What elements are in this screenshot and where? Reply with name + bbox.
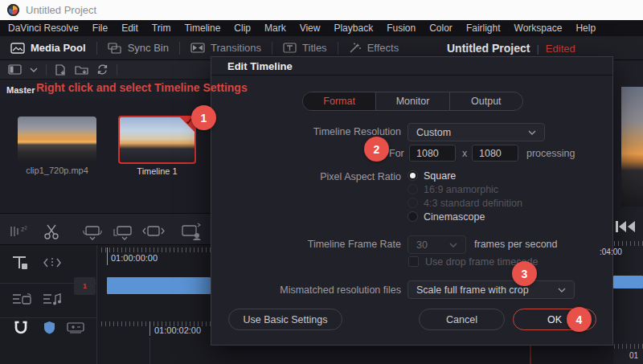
os-title-bar: Untitled Project [0,0,643,20]
audio-trim-icon[interactable] [42,291,63,307]
timecode-01: 01 [629,351,638,360]
frame-rate-label: Timeline Frame Rate [211,239,401,250]
pool-toolbar-divider [46,64,47,76]
timeline-gridline [149,337,150,364]
drop-frame-checkbox[interactable] [408,256,419,267]
chevron-down-icon [449,243,457,247]
timeline-thumbnail-selected[interactable]: ✓ [118,116,196,164]
viewer-ruler-ticks [614,241,643,246]
menu-fusion[interactable]: Fusion [387,22,416,34]
step-badge-4: 4 [567,307,592,332]
video-clip-bar[interactable] [107,277,211,294]
timecode-start: 01:00:00:00 [111,253,158,263]
bin-view-icon[interactable] [8,64,22,75]
frame-rate-value: 30 [416,239,428,251]
timeline-ruler-ticks[interactable] [101,247,211,252]
tab-monitor[interactable]: Monitor [376,92,449,110]
media-pool-label: Media Pool [31,42,86,54]
snapping-magnet-icon[interactable] [13,321,29,335]
mismatched-files-dropdown[interactable]: Scale full frame with crop [408,280,575,299]
project-title: Untitled Project [447,42,530,55]
refresh-sync-icon[interactable] [96,64,109,75]
edit-timeline-dialog: Edit Timeline Format Monitor Output Time… [211,56,613,346]
transitions-label: Transitions [211,42,261,54]
step-badge-2: 2 [364,137,389,162]
radio-square[interactable] [408,170,418,181]
cancel-button[interactable]: Cancel [419,309,505,330]
position-lock-shield-icon[interactable] [43,321,55,334]
append-clip-icon[interactable] [113,224,133,240]
clip-thumbnail-clip1[interactable] [18,117,96,162]
ruler-start-marker [107,247,108,265]
flag-marker-icon[interactable] [67,322,84,333]
import-media-icon[interactable] [55,64,67,76]
chevron-down-icon [528,130,536,135]
frame-rate-dropdown[interactable]: 30 [408,235,466,254]
dialog-tab-group: Format Monitor Output [302,92,523,111]
viewer-clip-bar [613,276,643,288]
tab-output[interactable]: Output [450,92,522,110]
rewind-to-start-icon[interactable] [615,220,636,233]
media-pool-icon [10,43,25,54]
video-track-header[interactable]: 1 [74,277,96,295]
menu-help[interactable]: Help [575,22,596,34]
menu-edit[interactable]: Edit [121,22,138,34]
ok-label: OK [547,314,562,325]
use-basic-settings-label: Use Basic Settings [244,314,328,325]
radio-169-anamorphic[interactable] [408,184,418,194]
replace-clip-icon[interactable] [180,223,203,241]
menu-mark[interactable]: Mark [264,22,286,34]
step-badge-3: 3 [512,261,537,286]
processing-label: processing [526,148,575,159]
tab-format[interactable]: Format [303,92,376,110]
titles-icon [283,43,297,53]
menu-fairlight[interactable]: Fairlight [466,22,501,34]
viewer-thumbnail [621,87,643,207]
menu-trim[interactable]: Trim [152,22,171,34]
chevron-down-icon[interactable] [30,67,38,72]
radio-43-label: 4:3 standard definition [424,198,522,209]
trim-edit-mode-icon[interactable] [11,254,32,272]
menu-playback[interactable]: Playback [334,22,373,34]
menu-view[interactable]: View [300,22,321,34]
mismatched-files-label: Mismatched resolution files [211,284,401,296]
menu-clip[interactable]: Clip [234,22,251,34]
place-on-top-icon[interactable] [82,224,103,240]
effects-icon [349,43,362,54]
edited-badge: Edited [546,43,575,55]
playhead-line[interactable] [530,346,531,364]
radio-cinemascope-label: Cinemascope [424,211,485,223]
timeline-gridline [96,337,97,364]
menu-bar: DaVinci Resolve File Edit Trim Timeline … [0,20,643,36]
cancel-label: Cancel [446,314,477,325]
timeline-resolution-dropdown[interactable]: Custom [408,123,545,141]
height-input[interactable] [472,145,518,162]
track-number: 1 [83,282,87,290]
timeline-zoom-icon[interactable]: z² [10,223,32,239]
project-title-separator: | [536,43,539,55]
menu-color[interactable]: Color [429,22,453,34]
menu-workspace[interactable]: Workspace [514,22,563,34]
sync-bin-label: Sync Bin [128,42,169,54]
razor-scissors-icon[interactable] [42,223,61,241]
radio-43-standard[interactable] [408,198,418,208]
frame-rate-suffix: frames per second [474,239,558,250]
menu-file[interactable]: File [92,22,108,34]
import-folder-icon[interactable] [75,64,88,75]
window-title: Untitled Project [26,4,96,16]
dynamic-trim-icon[interactable] [42,256,63,270]
viewer-bottom-ticks [614,344,643,349]
timeline-name-label: Timeline 1 [118,166,196,176]
insert-clip-icon[interactable] [142,224,165,239]
sync-bin-icon [108,43,122,54]
pool-toolbar-divider [117,64,117,76]
media-pool-button[interactable]: Media Pool [0,36,96,59]
menu-davinci-resolve[interactable]: DaVinci Resolve [8,22,79,34]
menu-timeline[interactable]: Timeline [184,22,220,34]
linked-clips-icon[interactable] [11,291,32,307]
sync-bin-button[interactable]: Sync Bin [97,36,179,59]
radio-cinemascope[interactable] [408,211,418,222]
use-basic-settings-button[interactable]: Use Basic Settings [228,309,342,330]
width-input[interactable] [409,145,456,162]
x-label: x [462,148,467,159]
